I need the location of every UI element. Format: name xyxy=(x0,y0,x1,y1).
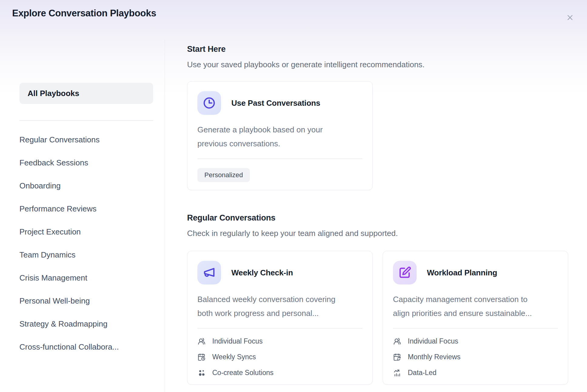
megaphone-icon xyxy=(202,266,216,280)
icon-tile xyxy=(197,261,221,284)
users-icon xyxy=(197,337,206,346)
card-title: Use Past Conversations xyxy=(231,98,320,108)
card-divider xyxy=(197,328,362,329)
card-weekly-check-in[interactable]: Weekly Check-in Balanced weekly conversa… xyxy=(187,251,373,385)
meta-row: Individual Focus xyxy=(393,334,558,349)
card-workload-planning[interactable]: Workload Planning Capacity management co… xyxy=(383,251,568,385)
close-button[interactable] xyxy=(564,12,576,24)
main-content: Start Here Use your saved playbooks or g… xyxy=(187,39,569,392)
card-divider xyxy=(393,328,558,329)
card-title: Weekly Check-in xyxy=(231,268,293,277)
description-line: both work progress and personal... xyxy=(197,306,362,320)
section-subtitle-regular-conversations: Check in regularly to keep your team ali… xyxy=(187,229,398,238)
meta-row: Monthly Reviews xyxy=(393,349,558,365)
sidebar-category-list: Regular Conversations Feedback Sessions … xyxy=(19,128,153,358)
sidebar-item-label: All Playbooks xyxy=(28,89,79,98)
page-title: Explore Conversation Playbooks xyxy=(12,8,156,19)
description-line: Balanced weekly conversation covering xyxy=(197,292,362,306)
description-line: previous conversations. xyxy=(197,137,362,151)
chart-bars-icon xyxy=(393,369,401,377)
close-icon xyxy=(566,13,574,22)
meta-label: Data-Led xyxy=(408,369,437,377)
icon-tile xyxy=(393,261,417,284)
card-header: Weekly Check-in xyxy=(197,261,362,284)
calendar-clock-icon xyxy=(197,353,206,361)
description-line: Generate a playbook based on your xyxy=(197,123,362,137)
meta-row: Individual Focus xyxy=(197,334,362,349)
card-divider xyxy=(197,158,362,159)
sidebar-item-onboarding[interactable]: Onboarding xyxy=(19,174,153,197)
card-header: Use Past Conversations xyxy=(197,91,362,115)
meta-row: Co-create Solutions xyxy=(197,365,362,381)
clock-icon xyxy=(202,96,216,110)
description-line: Capacity management conversation to xyxy=(393,292,558,306)
card-description: Capacity management conversation to alig… xyxy=(393,292,558,320)
calendar-sync-icon xyxy=(393,353,401,361)
meta-row: Data-Led xyxy=(393,365,558,381)
sidebar-item-performance-reviews[interactable]: Performance Reviews xyxy=(19,197,153,220)
sidebar-item-strategy-roadmapping[interactable]: Strategy & Roadmapping xyxy=(19,312,153,335)
sidebar-item-regular-conversations[interactable]: Regular Conversations xyxy=(19,128,153,151)
card-meta-list: Individual Focus Monthly Reviews Data-Le… xyxy=(393,334,558,381)
users-icon xyxy=(393,337,401,346)
edit-square-icon xyxy=(398,266,412,280)
description-line: align priorities and ensure sustainable.… xyxy=(393,306,558,320)
card-description: Generate a playbook based on your previo… xyxy=(197,123,362,151)
card-description: Balanced weekly conversation covering bo… xyxy=(197,292,362,320)
meta-row: Weekly Syncs xyxy=(197,349,362,365)
people-dots-icon xyxy=(197,369,206,377)
sidebar-item-feedback-sessions[interactable]: Feedback Sessions xyxy=(19,151,153,174)
meta-label: Individual Focus xyxy=(408,337,458,345)
sidebar-item-crisis-management[interactable]: Crisis Management xyxy=(19,266,153,289)
meta-label: Weekly Syncs xyxy=(212,353,256,361)
icon-tile xyxy=(197,91,221,115)
card-header: Workload Planning xyxy=(393,261,558,284)
meta-label: Individual Focus xyxy=(212,337,263,345)
sidebar-item-personal-well-being[interactable]: Personal Well-being xyxy=(19,289,153,312)
meta-label: Co-create Solutions xyxy=(212,369,273,377)
category-sidebar: All Playbooks Regular Conversations Feed… xyxy=(0,39,165,392)
sidebar-divider xyxy=(19,120,153,121)
meta-label: Monthly Reviews xyxy=(408,353,461,361)
sidebar-item-all-playbooks[interactable]: All Playbooks xyxy=(19,83,153,104)
personalized-badge: Personalized xyxy=(197,168,250,182)
card-meta-list: Individual Focus Weekly Syncs Co-create … xyxy=(197,334,362,381)
section-subtitle-start-here: Use your saved playbooks or generate int… xyxy=(187,60,424,69)
sidebar-item-project-execution[interactable]: Project Execution xyxy=(19,220,153,243)
section-heading-start-here: Start Here xyxy=(187,45,226,54)
section-heading-regular-conversations: Regular Conversations xyxy=(187,213,275,223)
sidebar-item-cross-functional-collaboration[interactable]: Cross-functional Collabora... xyxy=(19,335,153,358)
card-title: Workload Planning xyxy=(427,268,497,277)
sidebar-item-team-dynamics[interactable]: Team Dynamics xyxy=(19,243,153,266)
card-use-past-conversations[interactable]: Use Past Conversations Generate a playbo… xyxy=(187,81,373,190)
